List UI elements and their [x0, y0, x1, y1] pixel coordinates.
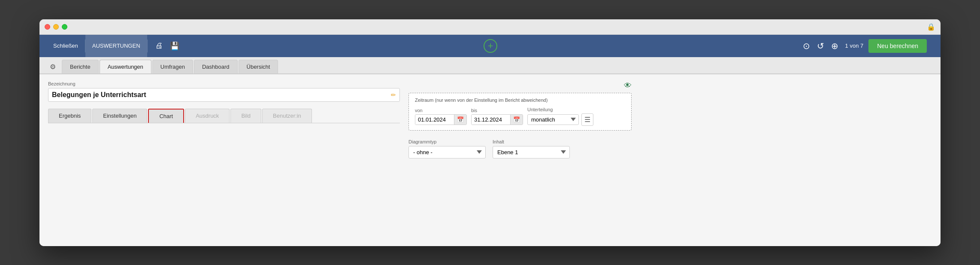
bezeichnung-label: Bezeichnung [48, 81, 400, 86]
grid-icon: ☰ [584, 116, 590, 123]
add-button[interactable]: + [484, 39, 497, 53]
bis-field: bis 📅 [471, 108, 523, 125]
left-panel: Bezeichnung Belegungen je Unterrichtsart… [48, 81, 400, 123]
tab-umfragen[interactable]: Umfragen [152, 60, 193, 73]
save-icon-button[interactable]: 💾 [167, 40, 182, 52]
inhalt-select[interactable]: Ebene 1 Ebene 2 Ebene 3 [493, 146, 570, 158]
toolbar-icon-group: 🖨 💾 [148, 40, 187, 52]
bis-date-input[interactable] [472, 115, 510, 125]
sub-tab-chart[interactable]: Chart [148, 109, 184, 123]
right-panel: 👁 Zeitraum (nur wenn von der Einstellung… [408, 81, 632, 158]
toolbar-right-group: ⊙ ↺ ⊕ 1 von 7 Neu berechnen [794, 39, 934, 53]
search-nav-button[interactable]: ⊕ [829, 39, 840, 53]
von-date-input[interactable] [415, 115, 454, 125]
toolbar-center-group: + [484, 39, 497, 53]
page-count: 1 von 7 [845, 43, 864, 49]
bis-label: bis [471, 108, 523, 113]
tab-auswertungen[interactable]: Auswertungen [100, 60, 151, 73]
settings-gear-button[interactable]: ⚙ [46, 61, 59, 73]
auswertungen-button[interactable]: AUSWERTUNGEN [85, 35, 147, 57]
sub-tab-bar: Ergebnis Einstellungen Chart Ausdruck Bi… [48, 109, 400, 123]
zeitraum-row: von 📅 bis [415, 107, 625, 126]
refresh-nav-button[interactable]: ↺ [815, 39, 826, 53]
lock-icon: 🔒 [927, 23, 935, 31]
bezeichnung-field: Belegungen je Unterrichtsart ✏ [48, 88, 400, 102]
traffic-lights [45, 24, 67, 30]
eye-icon[interactable]: 👁 [624, 81, 632, 90]
von-field: von 📅 [415, 108, 467, 125]
refresh-icon: ↺ [817, 41, 824, 51]
main-content: Bezeichnung Belegungen je Unterrichtsart… [39, 74, 941, 246]
maximize-button[interactable] [62, 24, 67, 30]
tab-dashboard[interactable]: Dashboard [194, 60, 238, 73]
sub-tab-benutzer: Benutzer:in [262, 109, 312, 123]
inhalt-field: Inhalt Ebene 1 Ebene 2 Ebene 3 [493, 139, 570, 158]
close-button[interactable] [45, 24, 50, 30]
bezeichnung-edit-button[interactable]: ✏ [391, 91, 396, 98]
edit-icon: ✏ [391, 91, 396, 98]
print-icon-button[interactable]: 🖨 [153, 40, 166, 52]
inhalt-label: Inhalt [493, 139, 570, 144]
sub-tab-ausdruck: Ausdruck [185, 109, 230, 123]
forward-icon: ⊙ [803, 41, 810, 51]
von-calendar-button[interactable]: 📅 [454, 115, 466, 125]
bis-date-wrapper: 📅 [471, 114, 523, 125]
unterteilung-field: Unterteilung monatlich wöchentlich tägli… [527, 107, 593, 126]
zeitraum-box: Zeitraum (nur wenn von der Einstellung i… [408, 93, 632, 131]
nav-icons: ⊙ ↺ ⊕ [801, 39, 840, 53]
bezeichnung-section: Bezeichnung Belegungen je Unterrichtsart… [48, 81, 400, 102]
diagrammtyp-select[interactable]: - ohne - Balken Linie Kreis [408, 146, 486, 158]
search-icon: ⊕ [831, 41, 838, 51]
calendar-icon-2: 📅 [513, 116, 520, 123]
toolbar: Schließen AUSWERTUNGEN 🖨 💾 + ⊙ [39, 35, 941, 57]
diagrammtyp-label: Diagrammtyp [408, 139, 486, 144]
bezeichnung-value: Belegungen je Unterrichtsart [52, 91, 146, 99]
sub-tab-bild: Bild [230, 109, 261, 123]
zeitraum-title: Zeitraum (nur wenn von der Einstellung i… [415, 97, 625, 103]
neu-berechnen-button[interactable]: Neu berechnen [868, 39, 927, 53]
plus-icon: + [488, 40, 493, 52]
tab-bar: ⚙ Berichte Auswertungen Umfragen Dashboa… [39, 57, 941, 74]
sub-tab-einstellungen[interactable]: Einstellungen [92, 109, 147, 123]
unterteilung-label: Unterteilung [527, 107, 593, 112]
save-icon: 💾 [170, 41, 179, 51]
diagrammtyp-field: Diagrammtyp - ohne - Balken Linie Kreis [408, 139, 486, 158]
tab-uebersicht[interactable]: Übersicht [239, 60, 278, 73]
sub-tab-ergebnis[interactable]: Ergebnis [48, 109, 91, 123]
tab-berichte[interactable]: Berichte [62, 60, 99, 73]
calendar-icon: 📅 [457, 116, 464, 123]
forward-nav-button[interactable]: ⊙ [801, 39, 812, 53]
unterteilung-select[interactable]: monatlich wöchentlich täglich jährlich [527, 114, 579, 125]
schliessen-button[interactable]: Schließen [46, 35, 85, 57]
diagramm-section: Diagrammtyp - ohne - Balken Linie Kreis … [408, 139, 632, 158]
application-window: 🔒 Schließen AUSWERTUNGEN 🖨 💾 + ⊙ [39, 19, 941, 246]
print-icon: 🖨 [155, 41, 163, 50]
title-bar: 🔒 [39, 19, 941, 35]
minimize-button[interactable] [53, 24, 59, 30]
bis-calendar-button[interactable]: 📅 [510, 115, 523, 125]
grid-view-button[interactable]: ☰ [581, 113, 593, 126]
gear-icon: ⚙ [50, 63, 56, 70]
von-date-wrapper: 📅 [415, 114, 467, 125]
content-row: Bezeichnung Belegungen je Unterrichtsart… [48, 81, 932, 158]
von-label: von [415, 108, 467, 113]
